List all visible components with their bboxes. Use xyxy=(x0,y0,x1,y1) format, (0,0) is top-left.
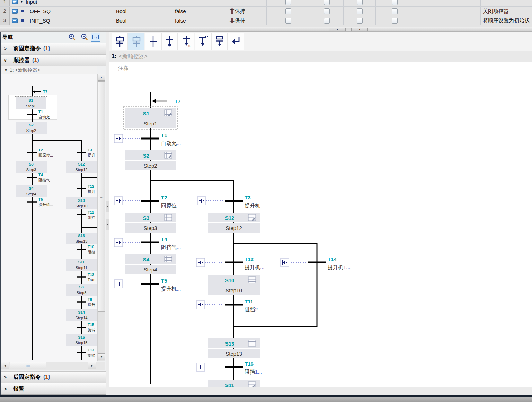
var-type[interactable]: Bool xyxy=(113,7,172,16)
transition-T11[interactable]: T11阻挡 xyxy=(77,210,95,220)
var-type[interactable]: Bool xyxy=(113,16,172,25)
var-default[interactable]: false xyxy=(172,16,227,25)
step-S12[interactable]: S12Step12 xyxy=(66,161,97,173)
splitter-collapse-left-button[interactable]: ◄ xyxy=(106,201,109,212)
chevron-right-icon[interactable]: > xyxy=(1,383,10,394)
insert-jump-to-step-button[interactable]: s xyxy=(178,33,194,50)
splitter-collapse-down-button[interactable]: ▼ xyxy=(351,28,368,31)
checkbox[interactable] xyxy=(357,0,363,5)
transition-T5[interactable]: T5提升机... xyxy=(27,197,53,207)
var-comment[interactable]: 将顺序设置为初始状 xyxy=(481,16,532,25)
var-name[interactable]: OFF_SQ xyxy=(26,7,113,16)
fit-width-button[interactable]: ↔ xyxy=(91,33,100,42)
section-alarms[interactable]: > 报警 xyxy=(1,383,106,395)
step-S14[interactable]: S14Step14 xyxy=(66,309,97,321)
checkbox[interactable] xyxy=(392,0,398,5)
step-S1[interactable]: S1Step1 xyxy=(15,97,47,110)
chevron-down-icon[interactable]: ∨ xyxy=(1,55,10,66)
checkbox[interactable] xyxy=(285,8,291,14)
sequencer-tree-item[interactable]: ▼ 1: <新顺控器> xyxy=(1,66,97,74)
scroll-up-button[interactable]: ▲ xyxy=(98,74,105,81)
insert-step-and-transition-button[interactable] xyxy=(112,33,128,50)
nav-horizontal-scrollbar[interactable]: ◄ |||| ► xyxy=(1,362,105,370)
checkbox[interactable] xyxy=(285,0,291,5)
chevron-right-icon[interactable]: > xyxy=(1,43,10,54)
var-name[interactable]: Input xyxy=(26,0,113,6)
transition-T1[interactable]: T1自动允... xyxy=(114,132,181,146)
var-comment[interactable]: 关闭顺控器 xyxy=(481,7,532,16)
transition-T14[interactable]: T14提升机1... xyxy=(281,256,351,270)
entry-arrow-T7[interactable]: T7 xyxy=(33,90,47,94)
var-retain[interactable]: 非保持 xyxy=(227,7,267,16)
checkbox[interactable] xyxy=(357,8,363,14)
transition-T4[interactable]: T4阻挡气... xyxy=(27,173,53,182)
scroll-left-button[interactable]: ◄ xyxy=(1,362,9,369)
transition-T16[interactable]: T16阻挡 xyxy=(77,245,95,254)
transition-T9[interactable]: T9提升 xyxy=(77,297,95,307)
section-post-instructions[interactable]: > 后固定指令 (1) xyxy=(1,371,106,383)
checkbox[interactable] xyxy=(324,8,330,14)
table-row[interactable]: 3 INIT_SQ Bool false 非保持 将顺序设置为初始状 xyxy=(0,16,532,25)
step-S11[interactable]: S11Step11 xyxy=(66,259,97,271)
table-row[interactable]: 1 ▼ Input xyxy=(0,0,532,7)
table-row[interactable]: 2 OFF_SQ Bool false 非保持 关闭顺控器 xyxy=(0,7,532,16)
open-simultaneous-branch-button[interactable] xyxy=(211,33,228,50)
transition-T4[interactable]: T4阻挡气... xyxy=(114,236,181,250)
entry-arrow-T7[interactable]: T7 xyxy=(152,98,181,104)
step-S15[interactable]: S15Step15 xyxy=(66,334,97,346)
zoom-out-icon[interactable] xyxy=(80,33,89,41)
step-S4[interactable]: S4Step4 xyxy=(16,185,47,197)
transition-T17[interactable]: T17旋转 xyxy=(77,348,95,357)
open-alternative-branch-button[interactable] xyxy=(195,33,211,50)
splitter-collapse-up-button[interactable]: ▲ xyxy=(329,28,346,31)
scrollbar-thumb[interactable]: ≡ xyxy=(98,81,105,312)
checkbox[interactable] xyxy=(324,0,330,5)
section-sequencer[interactable]: ∨ 顺控器 (1) xyxy=(1,54,106,66)
step-S10[interactable]: S10Step10 xyxy=(66,197,97,209)
step-S11[interactable]: S11Step11 xyxy=(208,380,260,387)
scroll-right-button[interactable]: ► xyxy=(88,362,96,369)
transition-T2[interactable]: T2回原位... xyxy=(27,148,53,157)
horizontal-splitter[interactable]: ▲ ▼ xyxy=(0,27,532,32)
zoom-in-icon[interactable] xyxy=(68,33,76,41)
var-comment[interactable] xyxy=(481,0,532,6)
section-pre-instructions[interactable]: > 前固定指令 (1) xyxy=(1,43,106,54)
transition-T12[interactable]: T12提升机... xyxy=(196,256,265,270)
insert-sequence-end-button[interactable] xyxy=(161,33,178,50)
checkbox[interactable] xyxy=(285,18,291,24)
var-name[interactable]: INIT_SQ xyxy=(26,16,113,25)
tree-expanded-icon[interactable]: ▼ xyxy=(4,68,8,72)
chevron-right-icon[interactable]: > xyxy=(1,372,10,383)
transition-T2[interactable]: T2回原位... xyxy=(114,195,181,208)
nav-vertical-scrollbar[interactable]: ▲ ≡ ▼ xyxy=(97,74,105,361)
sequence-comment-field[interactable]: 注释 xyxy=(116,64,128,72)
transition-T3[interactable]: T3提升 xyxy=(77,148,95,157)
insert-transition-and-step-button[interactable] xyxy=(128,33,144,50)
step-S13[interactable]: S13Step13 xyxy=(66,233,97,244)
transition-T13[interactable]: T13Tran xyxy=(77,273,95,282)
transition-T3[interactable]: T3提升机... xyxy=(197,195,265,208)
scrollbar-thumb[interactable]: |||| xyxy=(10,362,46,369)
transition-T11[interactable]: T11阻挡2... xyxy=(196,298,262,312)
insert-transition-button[interactable] xyxy=(145,33,161,50)
splitter-grip[interactable] xyxy=(346,28,351,31)
splitter-collapse-right-button[interactable]: ► xyxy=(106,219,109,230)
step-S3[interactable]: S3Step3 xyxy=(16,161,47,173)
expand-triangle[interactable]: ▼ xyxy=(20,0,26,6)
var-default[interactable]: false xyxy=(172,7,227,16)
step-S2[interactable]: S2Step2 xyxy=(16,122,47,134)
close-branch-button[interactable] xyxy=(228,33,244,50)
checkbox[interactable] xyxy=(392,8,398,14)
scroll-down-button[interactable]: ▼ xyxy=(98,353,105,360)
step-S8[interactable]: S8Step8 xyxy=(66,284,97,296)
transition-T5[interactable]: T5提升机... xyxy=(114,278,181,292)
transition-T16[interactable]: T16阻挡1... xyxy=(196,361,262,375)
transition-T12[interactable]: T12提升 xyxy=(77,184,95,194)
vertical-splitter[interactable]: ◄ ► xyxy=(106,32,109,395)
transition-T15[interactable]: T15旋转 xyxy=(77,323,95,332)
editor-bottom-scroll-area[interactable] xyxy=(109,387,532,395)
checkbox[interactable] xyxy=(324,18,330,24)
sequence-name[interactable]: <新顺控器> xyxy=(116,53,148,60)
checkbox[interactable] xyxy=(357,18,363,24)
checkbox[interactable] xyxy=(392,18,398,24)
